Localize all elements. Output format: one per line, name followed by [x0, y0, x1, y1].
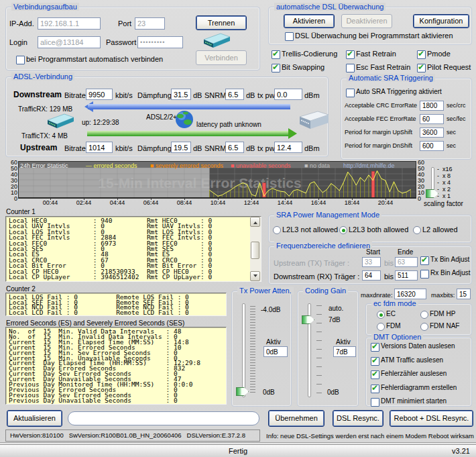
sra-field-acceptable-crc-errorrate[interactable] [420, 101, 444, 111]
downstream-bitrate-field[interactable] [86, 89, 113, 100]
checkbox-label-fast-retrain[interactable]: Fast Retrain [356, 50, 396, 58]
connect-button[interactable]: Verbinden [196, 50, 247, 65]
dsl-resync-button[interactable]: DSL Resync. [333, 410, 383, 427]
radio-label-l2l3-not-allowed[interactable]: L2L3 not allowed [282, 225, 338, 234]
sra-field-acceptable-fec-errorrate[interactable] [420, 114, 444, 124]
checkbox-fehlerdiagramm-erstellen[interactable] [371, 385, 379, 393]
password-field[interactable] [137, 36, 183, 48]
checkbox-label-esc-fast-retrain[interactable]: Esc Fast Retrain [356, 63, 410, 71]
radio-ec[interactable] [377, 311, 385, 319]
coding-gain-handle-label: 7dB [329, 316, 341, 323]
legend-errored-seconds: — errored seconds [86, 162, 137, 169]
freq-down-start-field[interactable] [362, 270, 381, 281]
checkbox-pilot-request[interactable] [417, 64, 426, 72]
freq-up-start-field[interactable] [362, 257, 381, 267]
radio-l2l3-not-allowed[interactable] [273, 226, 281, 234]
radio-l2l3-both-allowed[interactable] [339, 226, 347, 234]
checkbox-label-pmode[interactable]: Pmode [427, 50, 451, 58]
checkbox-rx-bin-adjust[interactable] [420, 270, 429, 278]
radio-label-ec[interactable]: EC [386, 310, 396, 317]
tx-power-slider-track[interactable] [242, 303, 245, 397]
checkbox-pmode[interactable] [417, 50, 426, 59]
unavailable-bar [371, 171, 375, 198]
radio-label-l2l3-both-allowed[interactable]: L2L3 both allowed [349, 225, 408, 234]
checkbox-fast-retrain[interactable] [346, 50, 355, 59]
db-unit-down2: dB [246, 91, 255, 99]
coding-gain-bottom-label: 0dB [327, 389, 339, 396]
checkbox-bit-swapping[interactable] [272, 64, 280, 72]
checkbox-fehlerz-hler-auslesen[interactable] [371, 370, 379, 379]
sra-unit-sec-fec: sec/fec [447, 115, 466, 122]
freq-down-end-field[interactable] [395, 270, 418, 281]
checkbox-label-bit-swapping[interactable]: Bit Swapping [282, 63, 324, 71]
apply-button[interactable]: Übernehmen [268, 410, 324, 427]
x-axis-label: 20:44 [375, 199, 396, 206]
snrm-label-down: SNRM [204, 91, 226, 99]
freq-up-end-field[interactable] [395, 257, 418, 267]
disconnect-button[interactable]: Trennen [196, 15, 247, 30]
radio-fdm[interactable] [377, 323, 385, 331]
group-title-sra-power-mode: SRA Power Management Mode [274, 211, 381, 219]
checkbox-versions-daten-auslesen[interactable] [371, 343, 379, 352]
radio-l2-allowed[interactable] [413, 226, 421, 234]
ip-field[interactable] [38, 17, 101, 30]
coding-gain-aktiv-field[interactable] [333, 346, 356, 357]
coding-gain-top-label: auto. [329, 305, 343, 312]
version-info-box: HwVersion:810100 SwVersion:R100B01.0B_HN… [5, 429, 260, 442]
checkbox-trellis-codierung[interactable] [272, 50, 280, 59]
downstream-snrm-field[interactable] [225, 89, 244, 100]
tx-power-top-label: -4.0dB [261, 306, 280, 313]
upstream-daempfung-field[interactable] [171, 142, 191, 153]
checkbox-label-trellis-codierung[interactable]: Trellis-Codierung [282, 50, 337, 58]
upstream-txpwr-field[interactable] [274, 142, 302, 153]
app-version: v3.21 [452, 447, 470, 455]
checkbox-label-auto-sra-triggering-aktiviert[interactable]: Auto SRA Triggering aktiviert [356, 88, 442, 95]
deactivate-button[interactable]: Deaktivieren [341, 14, 392, 28]
version-info-text: HwVersion:810100 SwVersion:R100B01.0B_HN… [10, 431, 245, 439]
upstream-bitrate-field[interactable] [86, 142, 113, 153]
radio-fdm-hp[interactable] [420, 311, 428, 319]
radio-label-fdm-naf[interactable]: FDM NAF [430, 322, 459, 329]
downstream-daempfung-field[interactable] [171, 89, 191, 100]
configuration-button[interactable]: Konfiguration [413, 14, 469, 28]
login-field[interactable] [38, 36, 101, 48]
checkbox-label-fehlerz-hler-auslesen[interactable]: Fehlerzähler auslesen [381, 370, 447, 377]
radio-fdm-naf[interactable] [420, 323, 428, 331]
tx-power-aktiv-field[interactable] [263, 346, 288, 357]
sra-field-period-for-margin-upshift[interactable] [420, 128, 444, 138]
checkbox-auto-sra-triggering-aktiviert[interactable] [346, 89, 355, 97]
maxdnrate-field[interactable] [394, 289, 426, 299]
checkbox-dsl-berwachung-bei-programmstart-aktivieren[interactable] [285, 32, 294, 41]
checkbox-label-pilot-request[interactable]: Pilot Request [427, 63, 471, 71]
port-field[interactable] [135, 17, 165, 30]
sra-field-period-for-margin-dnshift[interactable] [420, 141, 444, 151]
checkbox-label-atm-traffic-auslesen[interactable]: ATM Traffic auslesen [381, 356, 443, 364]
reboot-resync-button[interactable]: Reboot + DSL Resync. [390, 410, 473, 427]
checkbox-label-fehlerdiagramm-erstellen[interactable]: Fehlerdiagramm erstellen [381, 384, 457, 391]
checkbox-label-dsl-berwachung-bei-programmstart-aktivieren[interactable]: DSL Überwachung bei Programmstart aktivi… [295, 32, 453, 40]
radio-label-fdm-hp[interactable]: FDM HP [430, 310, 455, 317]
scroll-down-button[interactable] [250, 271, 260, 281]
scroll-thumb[interactable] [251, 242, 259, 259]
checkbox-label-rx-bin-adjust[interactable]: Rx Bin Adjust [430, 269, 470, 276]
counter2-label: Counter 2 [6, 285, 36, 293]
maxbits-field[interactable] [457, 289, 471, 299]
activate-button[interactable]: Aktivieren [284, 14, 335, 28]
uptime-label: up: 12:29:38 [82, 119, 119, 126]
downstream-txpwr-field[interactable] [274, 89, 302, 100]
checkbox-bei-programmstart-automatisch-verbinden[interactable] [16, 56, 25, 64]
upstream-snrm-field[interactable] [225, 142, 244, 153]
checkbox-atm-traffic-auslesen[interactable] [371, 357, 379, 366]
checkbox-esc-fast-retrain[interactable] [346, 64, 355, 72]
checkbox-label-tx-bin-adjust[interactable]: Tx Bin Adjust [430, 256, 469, 263]
scroll-up-button[interactable] [250, 217, 260, 227]
checkbox-dmt-minimiert-starten[interactable] [371, 398, 379, 407]
checkbox-tx-bin-adjust[interactable] [420, 256, 429, 265]
radio-label-l2-allowed[interactable]: L2 allowed [422, 225, 458, 234]
checkbox-label-bei-programmstart-automatisch-verbinden[interactable]: bei Programmstart automatisch verbinden [26, 55, 163, 63]
checkbox-label-dmt-minimiert-starten[interactable]: DMT minimiert starten [381, 397, 447, 405]
freq-bis-label2: bis [384, 272, 394, 281]
radio-label-fdm[interactable]: FDM [386, 322, 401, 329]
refresh-button[interactable]: Aktualisieren [7, 410, 62, 427]
checkbox-label-versions-daten-auslesen[interactable]: Versions Daten auslesen [381, 342, 455, 350]
